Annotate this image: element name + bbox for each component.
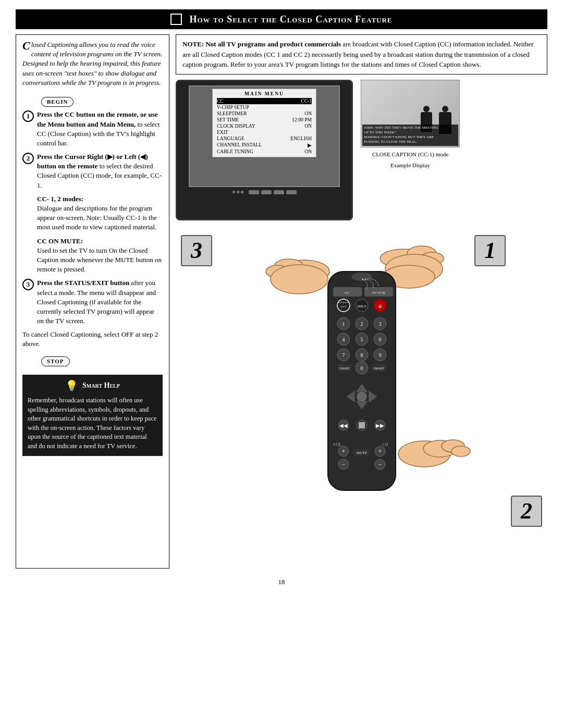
note-box: NOTE: Not all TV programs and product co… <box>176 34 547 75</box>
arrow-left-icon: ◀ <box>140 153 145 161</box>
tv-remote-area: MAIN MENU CC CC-1 V-CHIP SETUP <box>176 80 547 569</box>
remote-ff-icon: ▶▶ <box>376 423 384 428</box>
remote-num-6: 6 <box>378 337 381 342</box>
tv-btn-4[interactable] <box>286 190 297 194</box>
tv-menu-row-channel: CHANNEL INSTALL▶ <box>217 142 312 149</box>
svg-point-12 <box>271 265 328 294</box>
caption-line-4: PUSHING TO CLOSE THE DEAL. <box>364 140 457 144</box>
remote-num-1: 1 <box>342 321 345 327</box>
smart-help-title: 💡 Smart Help <box>28 378 157 393</box>
tv-btn-3[interactable] <box>274 190 284 194</box>
remote-ch-plus: + <box>378 448 382 455</box>
remote-input-label: INPUT <box>357 305 366 308</box>
tv-menu-row-settime: SET TIME12:00 PM <box>217 117 312 123</box>
remote-rew-icon: ◀◀ <box>339 423 348 428</box>
cc-on-mute-body: Used to set the TV to turn On the Closed… <box>37 246 162 273</box>
remote-ir <box>351 273 372 281</box>
tv-speaker <box>232 191 243 193</box>
remote-dpad-center[interactable] <box>357 391 367 402</box>
tv-menu-row-exit: EXIT <box>217 129 312 135</box>
remote-num-9: 9 <box>378 352 381 358</box>
caption-image: JOHN: WHY DID THEY MOVE THE MEETING UP T… <box>361 80 460 147</box>
remote-mute-label: MUTE <box>357 451 367 455</box>
tv-body: MAIN MENU CC CC-1 V-CHIP SETUP <box>176 80 353 220</box>
step-label-1-container: 1 <box>474 235 506 266</box>
page-title: How to Select the Closed Caption Feature <box>189 14 392 25</box>
tv-menu-title: MAIN MENU <box>217 91 312 96</box>
remote-status-label: STATUS <box>339 301 348 304</box>
remote-stop-icon <box>359 422 365 428</box>
step-label-3-container: 3 <box>181 235 212 266</box>
caption-line-2: UP TO THIS WEEK? <box>364 130 457 135</box>
stop-badge: STOP <box>41 356 70 366</box>
remote-vol-label: VOL <box>333 442 341 447</box>
tv-controls <box>232 190 297 194</box>
remote-vol-minus: − <box>341 461 345 468</box>
remote-vol-plus: + <box>341 448 345 455</box>
step-1-content: Press the CC button on the remote, or us… <box>37 110 163 148</box>
sil-head-1 <box>423 106 430 112</box>
smart-help-body: Remember, broadcast stations will often … <box>28 396 157 451</box>
remote-ch-minus: − <box>378 461 382 468</box>
step-3-bold: Press the STATUS/EXIT button <box>37 279 129 287</box>
tv-menu-row-cc: CC CC-1 <box>217 98 312 104</box>
stop-badge-container: STOP <box>32 352 163 368</box>
caption-label-2: Example Display <box>390 162 430 169</box>
step-3-content: Press the STATUS/EXIT button after you s… <box>37 278 163 326</box>
cc-modes-section: CC- 1, 2 modes: Dialogue and description… <box>37 194 163 232</box>
arrow-right-icon: ▶ <box>107 153 113 161</box>
remote-cc-label: CC <box>345 291 350 295</box>
sil-head-2 <box>442 106 448 112</box>
tv-and-caption-row: MAIN MENU CC CC-1 V-CHIP SETUP <box>176 80 547 225</box>
step-label-1: 1 <box>474 235 506 266</box>
tv-menu-row-lang: LANGUAGEENGLISH <box>217 135 312 142</box>
step-3: 3 Press the STATUS/EXIT button after you… <box>22 278 163 326</box>
remote-exit-label: EXIT <box>340 305 346 308</box>
caption-label-1: CLOSE CAPTION (CC-1) mode <box>372 151 448 158</box>
tv-menu-row-sleep: SLEEPTIMERON <box>217 110 312 117</box>
drop-cap: C <box>22 40 30 52</box>
tv-menu-row-vchip: V-CHIP SETUP <box>217 104 312 110</box>
tv-menu-row-cable: CABLE TUNINGON <box>217 149 312 155</box>
step-1: 1 Press the CC button on the remote, or … <box>22 110 163 148</box>
remote-tvvcr-label: TV/VCR <box>372 291 385 295</box>
tv-btn-2[interactable] <box>261 190 272 194</box>
tv-menu-row-value: CC-1 <box>301 98 312 104</box>
tv-and-remote-area: MAIN MENU CC CC-1 V-CHIP SETUP <box>176 80 547 569</box>
tv-screen: MAIN MENU CC CC-1 V-CHIP SETUP <box>189 85 340 187</box>
tv-menu-row-clock: CLOCK DISPLAYON <box>217 123 312 129</box>
remote-svg: CC TV/VCR 1 2 3 4 <box>237 230 487 569</box>
hand-bottom-right <box>398 440 470 467</box>
cancel-text: To cancel Closed Captioning, select OFF … <box>22 330 163 349</box>
step-2: 2 Press the Cursor Right (▶) or Left (◀)… <box>22 152 163 190</box>
tv-buttons <box>249 190 297 194</box>
left-column: C losed Captioning allows you to read th… <box>16 34 169 569</box>
remote-num-4: 4 <box>342 337 345 342</box>
step-label-2: 2 <box>511 496 542 527</box>
tv-menu: MAIN MENU CC CC-1 V-CHIP SETUP <box>212 89 316 157</box>
caption-example: JOHN: WHY DID THEY MOVE THE MEETING UP T… <box>358 80 462 170</box>
remote-num-8: 8 <box>360 352 363 358</box>
right-column: NOTE: Not all TV programs and product co… <box>176 34 547 569</box>
caption-text-overlay: JOHN: WHY DID THEY MOVE THE MEETING UP T… <box>362 125 458 145</box>
cc-on-mute-section: CC ON MUTE: Used to set the TV to turn O… <box>37 237 163 275</box>
cc-modes-title: CC- 1, 2 modes: <box>37 195 83 203</box>
note-label: NOTE: Not all TV programs and product co… <box>182 40 341 48</box>
step-2-number: 2 <box>22 153 34 164</box>
caption-line-1: JOHN: WHY DID THEY MOVE THE MEETING <box>364 126 457 130</box>
speaker-dot-1 <box>232 191 235 193</box>
tv-menu-row-label: CC <box>217 98 224 104</box>
step-1-number: 1 <box>22 110 34 122</box>
begin-badge-container: BEGIN <box>32 93 163 109</box>
remote-smart-right-label: SMART <box>373 367 384 370</box>
tv-btn-1[interactable] <box>249 190 259 194</box>
page-number: 18 <box>16 578 547 586</box>
hand-top-left <box>266 259 329 294</box>
speaker-dot-3 <box>241 191 243 193</box>
step-label-2-container: 2 <box>511 496 542 527</box>
title-icon <box>170 14 182 25</box>
step-2-content: Press the Cursor Right (▶) or Left (◀) b… <box>37 152 163 190</box>
cc-on-mute-title: CC ON MUTE: <box>37 237 83 245</box>
intro-body: losed Captioning allows you to read the … <box>22 41 162 87</box>
step-label-3: 3 <box>181 235 212 266</box>
